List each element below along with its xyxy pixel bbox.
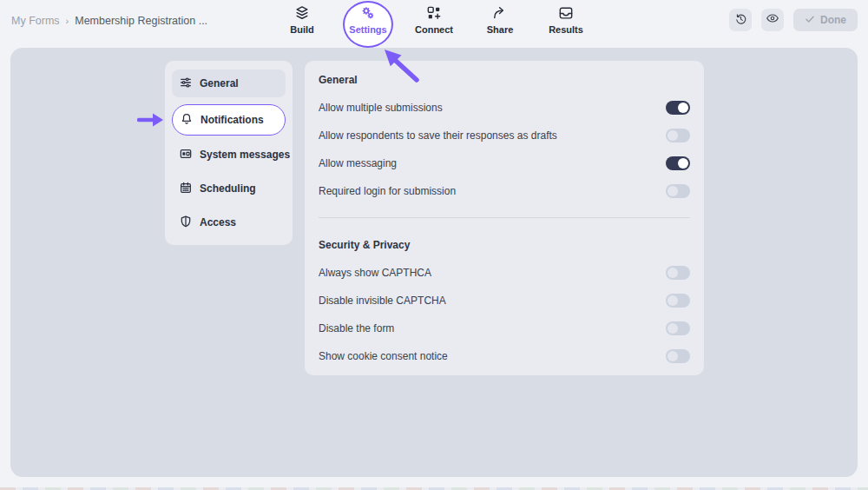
breadcrumb-form-title[interactable]: Membership Registration ... [75, 15, 207, 27]
settings-sidebar: General Notifications [165, 61, 293, 245]
section-title-security-privacy: Security & Privacy [319, 238, 690, 252]
setting-label: Allow messaging [319, 157, 397, 169]
nav-tab-label: Connect [415, 24, 453, 35]
toggle-save-drafts[interactable] [666, 129, 690, 142]
toggle-multiple-submissions[interactable] [666, 101, 690, 115]
done-label: Done [820, 14, 846, 26]
nav-tab-share[interactable]: Share [479, 4, 521, 35]
history-icon [734, 12, 747, 29]
toggle-allow-messaging[interactable] [666, 156, 690, 170]
breadcrumb-separator: › [66, 16, 69, 26]
setting-row-multiple-submissions: Allow multiple submissions [319, 94, 690, 122]
apps-plus-icon [425, 4, 443, 22]
top-bar: My Forms › Membership Registration ... B… [0, 0, 868, 48]
setting-row-save-drafts: Allow respondents to save their response… [319, 122, 690, 149]
nav-tab-build[interactable]: Build [281, 4, 323, 35]
app-window: My Forms › Membership Registration ... B… [0, 0, 868, 490]
setting-row-cookie-consent: Show cookie consent notice [319, 342, 690, 370]
breadcrumb-my-forms[interactable]: My Forms [11, 15, 60, 27]
settings-card: General Allow multiple submissions Allow… [305, 61, 704, 375]
setting-label: Allow respondents to save their response… [319, 129, 557, 142]
sidebar-item-label: System messages [200, 149, 290, 161]
top-nav: Build Settings [281, 4, 587, 35]
nav-tab-label: Build [290, 24, 314, 35]
sidebar-item-label: Notifications [201, 114, 264, 126]
nav-tab-label: Results [549, 24, 583, 35]
nav-tab-label: Settings [349, 24, 386, 35]
sidebar-item-label: Access [200, 216, 236, 228]
sidebar-item-label: General [200, 77, 239, 89]
section-title-general: General [319, 73, 690, 87]
eye-icon [766, 11, 779, 29]
setting-row-required-login: Required login for submission [319, 177, 690, 205]
sidebar-item-scheduling[interactable]: Scheduling [172, 175, 286, 202]
sliders-icon [179, 76, 193, 92]
topbar-actions: Done [729, 9, 858, 31]
nav-tab-label: Share [487, 24, 514, 35]
setting-row-always-show-captcha: Always show CAPTHCA [319, 259, 690, 287]
layers-icon [293, 4, 311, 22]
setting-label: Show cookie consent notice [319, 350, 448, 362]
setting-label: Required login for submission [319, 185, 456, 197]
message-card-icon [179, 147, 193, 163]
section-divider [319, 217, 690, 218]
sidebar-item-system-messages[interactable]: System messages [172, 141, 286, 169]
calendar-icon [179, 181, 193, 197]
gears-icon [359, 4, 377, 22]
toggle-disable-form[interactable] [666, 321, 690, 335]
share-arrow-icon [491, 4, 509, 22]
nav-tab-results[interactable]: Results [545, 4, 587, 35]
sidebar-item-general[interactable]: General [172, 70, 286, 97]
sidebar-item-label: Scheduling [200, 182, 256, 195]
settings-page-panel: General Notifications [10, 48, 858, 477]
nav-tab-connect[interactable]: Connect [413, 4, 455, 35]
setting-label: Allow multiple submissions [319, 102, 443, 114]
done-button[interactable]: Done [793, 9, 858, 31]
setting-label: Always show CAPTHCA [319, 267, 431, 279]
setting-label: Disable the form [319, 322, 394, 334]
setting-row-allow-messaging: Allow messaging [319, 149, 690, 177]
setting-label: Disable invisible CAPTCHA [319, 295, 446, 307]
sidebar-item-access[interactable]: Access [172, 209, 286, 236]
preview-button[interactable] [761, 9, 784, 31]
history-button[interactable] [729, 9, 752, 31]
sidebar-item-notifications[interactable]: Notifications [172, 104, 286, 136]
nav-tab-settings[interactable]: Settings [347, 4, 389, 35]
shield-icon [179, 215, 193, 231]
toggle-disable-invisible-captcha[interactable] [666, 294, 690, 308]
bell-icon [180, 112, 194, 129]
breadcrumb: My Forms › Membership Registration ... [11, 15, 207, 27]
inbox-icon [557, 4, 575, 22]
check-icon [805, 14, 815, 27]
setting-row-disable-form: Disable the form [319, 315, 690, 342]
toggle-required-login[interactable] [666, 184, 690, 198]
setting-row-disable-invisible-captcha: Disable invisible CAPTCHA [319, 287, 690, 315]
toggle-cookie-consent[interactable] [666, 349, 690, 363]
toggle-always-show-captcha[interactable] [666, 266, 690, 280]
